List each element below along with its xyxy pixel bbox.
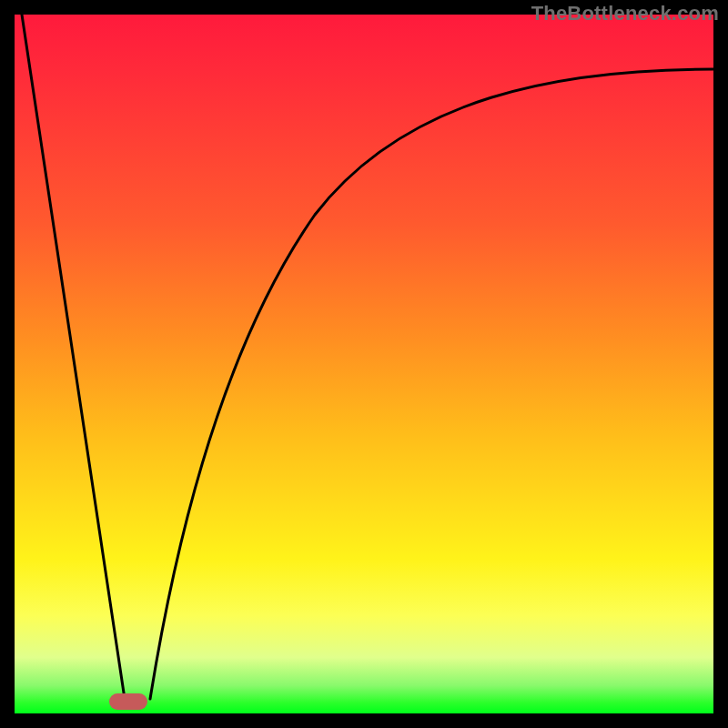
curve-right-segment (150, 69, 713, 699)
watermark-text: TheBottleneck.com (531, 2, 719, 25)
bottleneck-curve (15, 15, 713, 713)
chart-frame: TheBottleneck.com (0, 0, 728, 728)
curve-left-segment (22, 15, 125, 699)
optimal-marker (109, 693, 147, 710)
